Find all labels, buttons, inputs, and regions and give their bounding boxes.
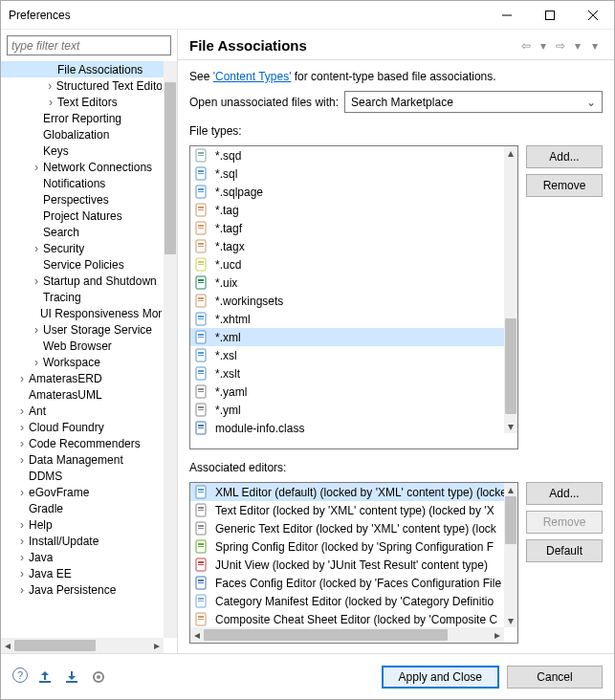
nav-forward-menu-icon[interactable]: ▾ xyxy=(570,38,585,54)
tree-item[interactable]: Gradle xyxy=(1,500,164,516)
nav-menu-icon[interactable]: ▾ xyxy=(587,38,603,54)
tree-item[interactable]: Notifications xyxy=(1,175,164,191)
tree-item[interactable]: ›Cloud Foundry xyxy=(1,419,164,435)
scroll-right-icon[interactable]: ▸ xyxy=(491,628,504,642)
tree-item[interactable]: ›eGovFrame xyxy=(1,484,164,500)
list-item[interactable]: *.sql xyxy=(190,164,504,183)
nav-back-icon[interactable]: ⇦ xyxy=(518,38,534,54)
nav-forward-icon[interactable]: ⇨ xyxy=(553,38,568,54)
tree-item[interactable]: ›Ant xyxy=(1,403,164,419)
expander-icon[interactable]: › xyxy=(44,96,57,109)
list-item[interactable]: *.workingsets xyxy=(190,292,504,310)
list-item[interactable]: module-info.class xyxy=(190,419,504,435)
scroll-left-icon[interactable]: ◂ xyxy=(1,639,14,652)
tree-item[interactable]: AmaterasUML xyxy=(1,386,164,403)
maximize-button[interactable] xyxy=(528,1,571,29)
tree-item[interactable]: Error Reporting xyxy=(1,110,164,126)
list-item[interactable]: *.xhtml xyxy=(190,310,504,328)
list-item[interactable]: *.tagf xyxy=(190,219,504,237)
sidebar-hscroll[interactable]: ◂ ▸ xyxy=(1,638,164,653)
tree-item[interactable]: ›Structured Text Editors xyxy=(1,77,164,94)
tree-item[interactable]: Keys xyxy=(1,142,164,159)
tree-item[interactable]: ›Text Editors xyxy=(1,94,164,110)
expander-icon[interactable]: › xyxy=(30,274,43,288)
tree-item[interactable]: ›User Storage Service xyxy=(1,321,164,338)
editors-default-button[interactable]: Default xyxy=(526,539,603,562)
list-item[interactable]: Spring Config Editor (locked by 'Spring … xyxy=(190,537,504,556)
tree-item[interactable]: ›AmaterasERD xyxy=(1,370,164,386)
filetypes-remove-button[interactable]: Remove xyxy=(526,174,603,197)
content-types-link[interactable]: 'Content Types' xyxy=(213,70,292,83)
filetypes-add-button[interactable]: Add... xyxy=(526,145,603,168)
tree-item[interactable]: Tracing xyxy=(1,289,164,305)
tree-item[interactable]: ›Install/Update xyxy=(1,533,164,549)
tree-item[interactable]: ›Startup and Shutdown xyxy=(1,273,164,289)
list-item[interactable]: *.yaml xyxy=(190,383,504,401)
tree-item[interactable]: ›Java Persistence xyxy=(1,581,164,598)
expander-icon[interactable]: › xyxy=(15,551,29,564)
list-item[interactable]: JUnit View (locked by 'JUnit Test Result… xyxy=(190,556,504,574)
tree-item[interactable]: Perspectives xyxy=(1,191,164,208)
editors-add-button[interactable]: Add... xyxy=(526,482,603,505)
filter-input[interactable] xyxy=(7,35,171,55)
scroll-right-icon[interactable]: ▸ xyxy=(150,639,164,652)
list-item[interactable]: Faces Config Editor (locked by 'Faces Co… xyxy=(190,574,504,592)
list-item[interactable]: Composite Cheat Sheet Editor (locked by … xyxy=(190,610,504,628)
expander-icon[interactable]: › xyxy=(15,583,29,597)
tree-item[interactable]: ›Security xyxy=(1,240,164,256)
expander-icon[interactable]: › xyxy=(30,356,43,369)
tree-item[interactable]: ›Java xyxy=(1,549,164,565)
scroll-down-icon[interactable]: ▾ xyxy=(504,420,517,433)
tree-item[interactable]: Globalization xyxy=(1,126,164,142)
tree-item[interactable]: File Associations xyxy=(1,61,164,77)
expander-icon[interactable]: › xyxy=(30,242,43,255)
filetypes-list[interactable]: *.sqd*.sql*.sqlpage*.tag*.tagf*.tagx*.uc… xyxy=(189,145,518,449)
tree-item[interactable]: UI Responsiveness Monitoring xyxy=(1,305,164,321)
list-item[interactable]: *.uix xyxy=(190,273,504,292)
editors-hscroll[interactable]: ◂ ▸ xyxy=(190,627,504,643)
tree-item[interactable]: ›Workspace xyxy=(1,354,164,370)
list-item[interactable]: Text Editor (locked by 'XML' content typ… xyxy=(190,501,504,519)
expander-icon[interactable]: › xyxy=(15,486,29,499)
open-mode-combo[interactable]: Search Marketplace ⌄ xyxy=(344,91,603,113)
expander-icon[interactable]: › xyxy=(15,567,29,580)
expander-icon[interactable]: › xyxy=(30,323,43,337)
sidebar-vscroll[interactable] xyxy=(164,61,177,638)
apply-close-button[interactable]: Apply and Close xyxy=(382,666,499,689)
preferences-tree[interactable]: File Associations›Structured Text Editor… xyxy=(1,61,164,638)
nav-back-menu-icon[interactable]: ▾ xyxy=(536,38,551,54)
list-item[interactable]: *.sqlpage xyxy=(190,183,504,201)
oomph-icon[interactable] xyxy=(89,667,108,687)
import-icon[interactable] xyxy=(35,667,55,687)
tree-item[interactable]: Search xyxy=(1,224,164,240)
tree-item[interactable]: ›Help xyxy=(1,516,164,533)
list-item[interactable]: *.xsl xyxy=(190,346,504,364)
close-button[interactable] xyxy=(571,1,614,29)
expander-icon[interactable]: › xyxy=(15,437,29,450)
editors-remove-button[interactable]: Remove xyxy=(526,511,603,534)
list-item[interactable]: XML Editor (default) (locked by 'XML' co… xyxy=(190,483,504,501)
scroll-up-icon[interactable]: ▴ xyxy=(504,483,517,496)
cancel-button[interactable]: Cancel xyxy=(507,666,603,689)
tree-item[interactable]: Web Browser xyxy=(1,338,164,354)
tree-item[interactable]: Project Natures xyxy=(1,208,164,224)
expander-icon[interactable]: › xyxy=(15,405,29,418)
tree-item[interactable]: DDMS xyxy=(1,468,164,484)
list-item[interactable]: *.tagx xyxy=(190,237,504,255)
list-item[interactable]: *.xslt xyxy=(190,364,504,383)
expander-icon[interactable]: › xyxy=(15,518,29,532)
scroll-up-icon[interactable]: ▴ xyxy=(504,146,517,160)
tree-item[interactable]: Service Policies xyxy=(1,256,164,273)
scroll-down-icon[interactable]: ▾ xyxy=(504,614,517,627)
tree-item[interactable]: ›Code Recommenders xyxy=(1,435,164,451)
minimize-button[interactable] xyxy=(485,1,528,29)
list-item[interactable]: *.ucd xyxy=(190,255,504,273)
list-item[interactable]: *.tag xyxy=(190,201,504,219)
filetypes-vscroll[interactable]: ▴ ▾ xyxy=(504,146,517,433)
list-item[interactable]: *.sqd xyxy=(190,146,504,164)
list-item[interactable]: *.xml xyxy=(190,328,504,346)
expander-icon[interactable]: › xyxy=(15,535,29,548)
list-item[interactable]: Generic Text Editor (locked by 'XML' con… xyxy=(190,519,504,537)
list-item[interactable]: Category Manifest Editor (locked by 'Cat… xyxy=(190,592,504,610)
export-icon[interactable] xyxy=(62,667,81,687)
